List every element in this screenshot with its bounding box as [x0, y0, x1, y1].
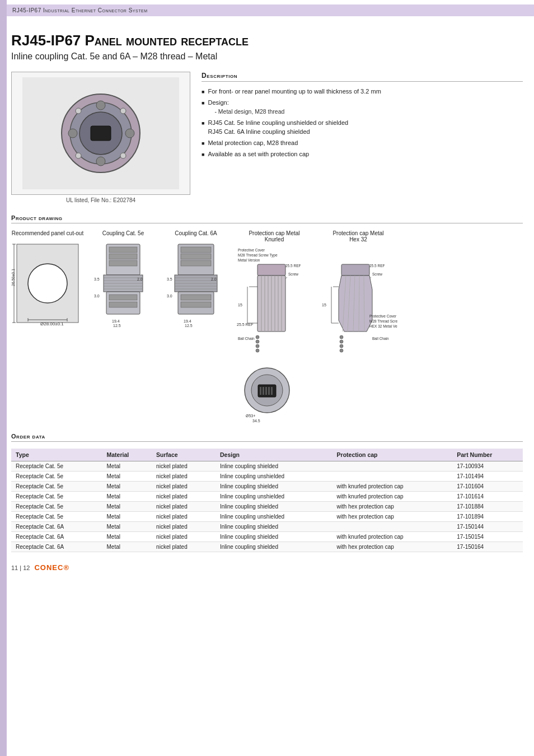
page-subtitle: Inline coupling Cat. 5e and 6A – M28 thr… [11, 52, 523, 62]
cell-7-5: 17-150154 [452, 532, 523, 542]
description-heading: Description [202, 72, 523, 82]
desc-item-1: For front- or rear panel mounting up to … [202, 87, 523, 96]
col-protection: Protection cap [332, 449, 453, 461]
svg-rect-65 [257, 264, 285, 276]
desc-item-4-text: Metal protection cap, M28 thread [208, 139, 298, 147]
svg-point-81 [256, 340, 259, 343]
cell-8-2: nickel plated [152, 542, 216, 552]
cell-8-0: Receptacle Cat. 6A [11, 542, 102, 552]
cell-3-5: 17-101614 [452, 492, 523, 502]
left-accent-bar [0, 0, 7, 756]
product-image [11, 72, 190, 195]
cell-4-2: nickel plated [152, 502, 216, 512]
col-material: Material [102, 449, 152, 461]
svg-text:Ball Chain: Ball Chain [238, 337, 255, 340]
cell-3-3: Inline coupling unshielded [216, 492, 332, 502]
description-list: For front- or rear panel mounting up to … [202, 87, 523, 159]
svg-rect-34 [109, 295, 137, 300]
svg-rect-26 [109, 260, 137, 266]
svg-rect-4 [91, 126, 111, 141]
cell-6-5: 17-150144 [452, 522, 523, 532]
svg-text:19.4: 19.4 [112, 319, 120, 323]
svg-text:M28 Thread Screw Type: M28 Thread Screw Type [238, 253, 278, 258]
svg-text:2.0: 2.0 [137, 277, 143, 281]
desc-item-1-text: For front- or rear panel mounting up to … [208, 87, 381, 96]
bottom-view-svg: Ø53+ 34.5 [233, 362, 301, 424]
protection-cap-knurled-drawing: Protection cap MetalKnurled Protective C… [235, 230, 313, 357]
description-box: Description For front- or rear panel mou… [202, 72, 523, 203]
svg-text:15: 15 [238, 303, 242, 307]
panel-cutout-label: Recommended panel cut-out [12, 230, 83, 236]
svg-rect-52 [181, 295, 211, 300]
svg-point-80 [256, 335, 259, 339]
svg-point-11 [76, 153, 81, 158]
svg-text:12.5: 12.5 [113, 324, 121, 328]
desc-item-2: Design:- Metal design, M28 thread [202, 99, 523, 116]
cell-3-4: with knurled protection cap [332, 492, 453, 502]
table-row: Receptacle Cat. 5eMetalnickel platedInli… [11, 492, 523, 502]
col-type: Type [11, 449, 102, 461]
svg-marker-88 [339, 276, 372, 332]
cell-1-5: 17-101494 [452, 472, 523, 482]
svg-text:Protective Cover: Protective Cover [238, 248, 265, 252]
svg-point-9 [76, 108, 81, 114]
svg-point-82 [256, 344, 259, 348]
svg-point-7 [96, 101, 105, 110]
cell-7-0: Receptacle Cat. 6A [11, 532, 102, 542]
cell-4-3: Inline coupling shielded [216, 502, 332, 512]
cell-6-0: Receptacle Cat. 6A [11, 522, 102, 532]
protection-cap-knurled-label: Protection cap MetalKnurled [249, 230, 299, 242]
svg-rect-43 [181, 254, 211, 259]
svg-point-8 [96, 157, 105, 166]
page-number: 11 | 12 [11, 564, 30, 571]
desc-item-3: RJ45 Cat. 5e Inline coupling unshielded … [202, 119, 523, 136]
col-design: Design [216, 449, 332, 461]
cell-2-2: nickel plated [152, 482, 216, 492]
cell-4-4: with hex protection cap [332, 502, 453, 512]
cell-4-5: 17-101884 [452, 502, 523, 512]
cell-6-4 [332, 522, 453, 532]
svg-text:3.5: 3.5 [167, 277, 172, 281]
svg-point-103 [340, 340, 343, 343]
cell-2-1: Metal [102, 482, 152, 492]
cell-8-5: 17-150164 [452, 542, 523, 552]
cell-7-1: Metal [102, 532, 152, 542]
svg-text:3.0: 3.0 [94, 294, 100, 298]
order-section: Order data Type Material Surface Design … [11, 433, 523, 552]
svg-point-5 [68, 129, 77, 138]
cell-0-5: 17-100934 [452, 461, 523, 472]
content-top: UL listed, File No.: E202784 Description… [11, 72, 523, 203]
svg-text:26.50±0.1: 26.50±0.1 [11, 269, 15, 286]
svg-rect-113 [271, 387, 273, 395]
protection-cap-hex-label: Protection cap MetalHex 32 [332, 230, 383, 242]
order-table: Type Material Surface Design Protection … [11, 449, 523, 552]
desc-item-3-text: RJ45 Cat. 5e Inline coupling unshielded … [208, 119, 348, 136]
svg-point-12 [120, 153, 126, 158]
desc-item-5: Available as a set with protection cap [202, 150, 523, 158]
cell-8-1: Metal [102, 542, 152, 552]
table-row: Receptacle Cat. 5eMetalnickel platedInli… [11, 502, 523, 512]
drawing-section: Product drawing Recommended panel cut-ou… [11, 214, 523, 424]
cell-5-3: Inline coupling unshielded [216, 512, 332, 522]
svg-text:Protective Cover: Protective Cover [369, 314, 397, 318]
svg-point-10 [120, 108, 126, 114]
coupling-6a-svg: 3.5 2.0 3.0 19.4 12.5 [162, 239, 229, 328]
panel-cutout-svg: Ø28.00±0.1 26.50±0.1 [11, 239, 84, 328]
bottom-view-row: Ø53+ 34.5 [11, 362, 523, 424]
cell-3-2: nickel plated [152, 492, 216, 502]
cell-3-1: Metal [102, 492, 152, 502]
coupling-5e-svg: 3.5 2.0 3.0 19.4 12.5 [90, 239, 157, 328]
product-image-box: UL listed, File No.: E202784 [11, 72, 190, 203]
cell-5-2: nickel plated [152, 512, 216, 522]
order-heading: Order data [11, 433, 523, 442]
cell-0-3: Inline coupling shielded [216, 461, 332, 472]
cell-7-2: nickel plated [152, 532, 216, 542]
coupling-5e-drawing: Coupling Cat. 5e [90, 230, 157, 328]
cell-6-1: Metal [102, 522, 152, 532]
image-caption: UL listed, File No.: E202784 [11, 197, 190, 203]
cell-6-2: nickel plated [152, 522, 216, 532]
protection-cap-hex-drawing: Protection cap MetalHex 32 25.5 REF Scre… [319, 230, 397, 357]
svg-text:15: 15 [322, 303, 326, 307]
svg-point-6 [125, 129, 134, 138]
footer: 11 | 12 CONEC® [11, 563, 523, 572]
